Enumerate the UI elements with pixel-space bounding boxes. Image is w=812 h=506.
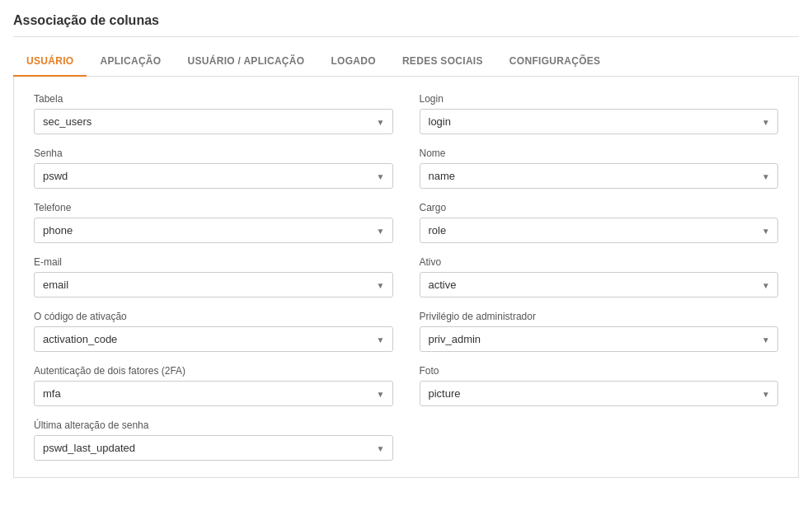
label-role: Cargo xyxy=(420,202,779,213)
label-pswd: Senha xyxy=(34,148,393,159)
select-wrapper-active: active▼ xyxy=(420,272,779,298)
label-picture: Foto xyxy=(420,365,779,377)
select-role[interactable]: role xyxy=(420,218,779,243)
select-active[interactable]: active xyxy=(420,272,779,298)
label-activation_code: O código de ativação xyxy=(34,311,393,322)
form-group-role: Cargorole▼ xyxy=(420,202,779,243)
select-email[interactable]: email xyxy=(34,272,393,298)
form-group-picture: Fotopicture▼ xyxy=(420,365,779,406)
tab-usuario[interactable]: USUÁRIO xyxy=(13,47,87,77)
select-wrapper-email: email▼ xyxy=(34,272,393,298)
select-wrapper-picture: picture▼ xyxy=(420,381,779,406)
form-group-phone: Telefonephone▼ xyxy=(34,202,393,243)
tab-usuario-aplicacao[interactable]: USUÁRIO / APLICAÇÃO xyxy=(174,47,317,77)
select-wrapper-phone: phone▼ xyxy=(34,218,393,243)
form-group-pswd: Senhapswd▼ xyxy=(34,148,393,189)
label-pswd_last_updated: Última alteração de senha xyxy=(34,419,393,431)
form-group-activation_code: O código de ativaçãoactivation_code▼ xyxy=(34,311,393,352)
label-priv_admin: Privilégio de administrador xyxy=(420,311,779,322)
tab-logado[interactable]: LOGADO xyxy=(317,47,388,77)
label-name: Nome xyxy=(420,148,779,159)
select-wrapper-mfa: mfa▼ xyxy=(34,381,393,406)
form-group-mfa: Autenticação de dois fatores (2FA)mfa▼ xyxy=(34,365,393,406)
label-email: E-mail xyxy=(34,256,393,268)
select-mfa[interactable]: mfa xyxy=(34,381,393,406)
select-wrapper-pswd_last_updated: pswd_last_updated▼ xyxy=(34,435,393,461)
select-pswd[interactable]: pswd xyxy=(34,163,393,189)
tab-redes-sociais[interactable]: REDES SOCIAIS xyxy=(389,47,496,77)
form-group-name: Nomename▼ xyxy=(420,148,779,189)
select-wrapper-sec_users: sec_users▼ xyxy=(34,109,393,134)
label-mfa: Autenticação de dois fatores (2FA) xyxy=(34,365,393,377)
select-name[interactable]: name xyxy=(420,163,779,189)
form-group-email: E-mailemail▼ xyxy=(34,256,393,298)
label-login: Login xyxy=(420,93,779,105)
select-sec_users[interactable]: sec_users xyxy=(34,109,393,134)
label-active: Ativo xyxy=(420,256,779,268)
form-group-sec_users: Tabelasec_users▼ xyxy=(34,93,393,134)
select-wrapper-priv_admin: priv_admin▼ xyxy=(420,326,779,352)
select-wrapper-pswd: pswd▼ xyxy=(34,163,393,189)
label-sec_users: Tabela xyxy=(34,93,393,105)
select-wrapper-activation_code: activation_code▼ xyxy=(34,326,393,352)
form-group-login: Loginlogin▼ xyxy=(420,93,779,134)
empty-cell xyxy=(420,419,779,461)
form-group-active: Ativoactive▼ xyxy=(420,256,779,298)
select-phone[interactable]: phone xyxy=(34,218,393,243)
tab-aplicacao[interactable]: APLICAÇÃO xyxy=(87,47,174,77)
select-picture[interactable]: picture xyxy=(420,381,779,406)
page-title: Associação de colunas xyxy=(13,13,799,37)
tab-configuracoes[interactable]: CONFIGURAÇÕES xyxy=(496,47,614,77)
tabs-container: USUÁRIO APLICAÇÃO USUÁRIO / APLICAÇÃO LO… xyxy=(13,47,799,77)
form-grid: Tabelasec_users▼Loginlogin▼Senhapswd▼Nom… xyxy=(34,93,778,461)
select-wrapper-login: login▼ xyxy=(420,109,779,134)
form-group-priv_admin: Privilégio de administradorpriv_admin▼ xyxy=(420,311,779,352)
select-wrapper-role: role▼ xyxy=(420,218,779,243)
select-pswd_last_updated[interactable]: pswd_last_updated xyxy=(34,435,393,461)
select-priv_admin[interactable]: priv_admin xyxy=(420,326,779,352)
select-wrapper-name: name▼ xyxy=(420,163,779,189)
content-panel: Tabelasec_users▼Loginlogin▼Senhapswd▼Nom… xyxy=(13,77,799,478)
select-activation_code[interactable]: activation_code xyxy=(34,326,393,352)
label-phone: Telefone xyxy=(34,202,393,213)
form-group-pswd_last_updated: Última alteração de senhapswd_last_updat… xyxy=(34,419,393,461)
select-login[interactable]: login xyxy=(420,109,779,134)
